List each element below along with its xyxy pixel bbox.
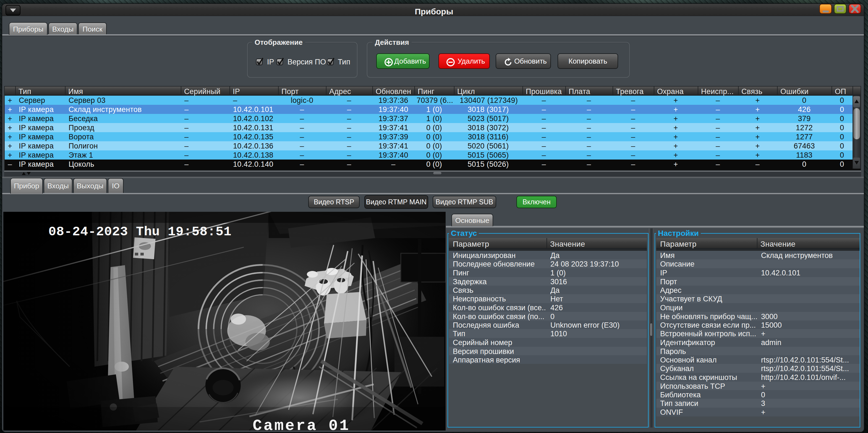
svg-text:08-24-2023 Thu 19:58:51: 08-24-2023 Thu 19:58:51 [49, 224, 231, 239]
svg-text:Camera 01: Camera 01 [253, 417, 350, 431]
